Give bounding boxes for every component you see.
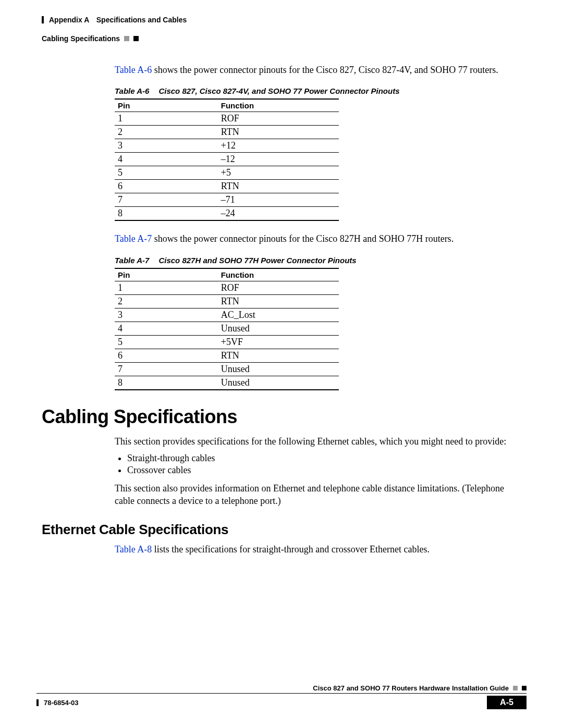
cell-pin: 3 <box>115 139 218 153</box>
cell-func: RTN <box>218 349 339 362</box>
cell-func: ROF <box>218 281 339 294</box>
cell-pin: 6 <box>115 180 218 193</box>
cabling-spec-note: This section also provides information o… <box>115 482 521 508</box>
table-row: 5+5 <box>115 166 339 180</box>
table-row: 8–24 <box>115 207 339 221</box>
running-header-right: Cabling Specifications <box>42 34 527 43</box>
list-item: Straight-through cables <box>127 453 521 464</box>
table-row: 1ROF <box>115 112 339 126</box>
cell-pin: 7 <box>115 362 218 376</box>
ethernet-spec-intro: Table A-8 lists the specifications for s… <box>115 543 521 556</box>
table-a6-link[interactable]: Table A-6 <box>115 65 152 75</box>
page-footer: Cisco 827 and SOHO 77 Routers Hardware I… <box>36 684 527 709</box>
intro-2-rest: shows the power connector pinouts for th… <box>152 233 454 244</box>
table-row: 3+12 <box>115 139 339 153</box>
heading-ethernet-cable-specs: Ethernet Cable Specifications <box>42 522 521 538</box>
table-row: 6RTN <box>115 349 339 362</box>
table-row: 4Unused <box>115 322 339 335</box>
cell-func: –12 <box>218 153 339 166</box>
cell-pin: 7 <box>115 193 218 207</box>
heading-cabling-specifications: Cabling Specifications <box>42 406 521 428</box>
footer-bar-icon <box>36 699 39 706</box>
ethernet-spec-rest: lists the specifications for straight-th… <box>152 544 430 554</box>
cell-pin: 1 <box>115 112 218 126</box>
cell-func: Unused <box>218 322 339 335</box>
cell-func: RTN <box>218 294 339 308</box>
cell-pin: 2 <box>115 126 218 139</box>
cable-types-list: Straight-through cables Crossover cables <box>115 453 521 476</box>
intro-1-rest: shows the power connector pinouts for th… <box>152 65 498 75</box>
cell-func: Unused <box>218 376 339 390</box>
cell-func: +5VF <box>218 335 339 349</box>
table-a6-header-pin: Pin <box>115 99 218 112</box>
cell-func: Unused <box>218 362 339 376</box>
cell-pin: 8 <box>115 207 218 221</box>
cell-pin: 6 <box>115 349 218 362</box>
cell-func: RTN <box>218 180 339 193</box>
table-row: 4–12 <box>115 153 339 166</box>
footer-square-icon <box>522 686 527 690</box>
cell-func: RTN <box>218 126 339 139</box>
page-number: A-5 <box>487 696 527 709</box>
cell-pin: 5 <box>115 335 218 349</box>
table-row: 6RTN <box>115 180 339 193</box>
table-a6-caption: Table A-6Cisco 827, Cisco 827-4V, and SO… <box>115 87 521 95</box>
cell-func: –24 <box>218 207 339 221</box>
table-a6-header-func: Function <box>218 99 339 112</box>
table-row: 7–71 <box>115 193 339 207</box>
cell-pin: 2 <box>115 294 218 308</box>
running-header-left: Appendix A Specifications and Cables <box>42 16 527 24</box>
cell-func: AC_Lost <box>218 308 339 322</box>
table-a7-link[interactable]: Table A-7 <box>115 233 152 244</box>
cell-pin: 4 <box>115 322 218 335</box>
cell-func: +5 <box>218 166 339 180</box>
table-row: 3AC_Lost <box>115 308 339 322</box>
table-row: 7Unused <box>115 362 339 376</box>
table-a6-title: Cisco 827, Cisco 827-4V, and SOHO 77 Pow… <box>158 87 399 95</box>
footer-doc-number: 78-6854-03 <box>44 699 79 707</box>
table-a6-name: Table A-6 <box>115 87 149 95</box>
table-a7: Pin Function 1ROF 2RTN 3AC_Lost 4Unused … <box>115 268 339 390</box>
list-item: Crossover cables <box>127 465 521 476</box>
table-a7-header-func: Function <box>218 268 339 281</box>
cell-pin: 3 <box>115 308 218 322</box>
cell-pin: 4 <box>115 153 218 166</box>
cell-pin: 1 <box>115 281 218 294</box>
table-row: 2RTN <box>115 126 339 139</box>
header-square-icon <box>124 36 129 41</box>
cell-pin: 8 <box>115 376 218 390</box>
footer-square-icon <box>513 686 518 690</box>
header-section-text: Cabling Specifications <box>42 34 120 43</box>
table-a7-title: Cisco 827H and SOHO 77H Power Connector … <box>158 256 356 265</box>
cabling-spec-intro: This section provides specifications for… <box>115 435 521 448</box>
table-row: 1ROF <box>115 281 339 294</box>
cell-func: ROF <box>218 112 339 126</box>
cell-func: –71 <box>218 193 339 207</box>
header-square-icon <box>133 36 139 41</box>
table-a7-header-pin: Pin <box>115 268 218 281</box>
table-row: 5+5VF <box>115 335 339 349</box>
table-a6: Pin Function 1ROF 2RTN 3+12 4–12 5+5 6RT… <box>115 98 339 221</box>
intro-paragraph-2: Table A-7 shows the power connector pino… <box>115 232 521 245</box>
footer-guide-title: Cisco 827 and SOHO 77 Routers Hardware I… <box>313 684 509 692</box>
table-a7-caption: Table A-7Cisco 827H and SOHO 77H Power C… <box>115 256 521 265</box>
table-row: 8Unused <box>115 376 339 390</box>
table-a7-name: Table A-7 <box>115 256 149 265</box>
intro-paragraph-1: Table A-6 shows the power connector pino… <box>115 64 521 76</box>
header-appendix-text: Appendix A Specifications and Cables <box>49 16 187 24</box>
table-a8-link[interactable]: Table A-8 <box>115 544 152 554</box>
cell-func: +12 <box>218 139 339 153</box>
table-row: 2RTN <box>115 294 339 308</box>
cell-pin: 5 <box>115 166 218 180</box>
